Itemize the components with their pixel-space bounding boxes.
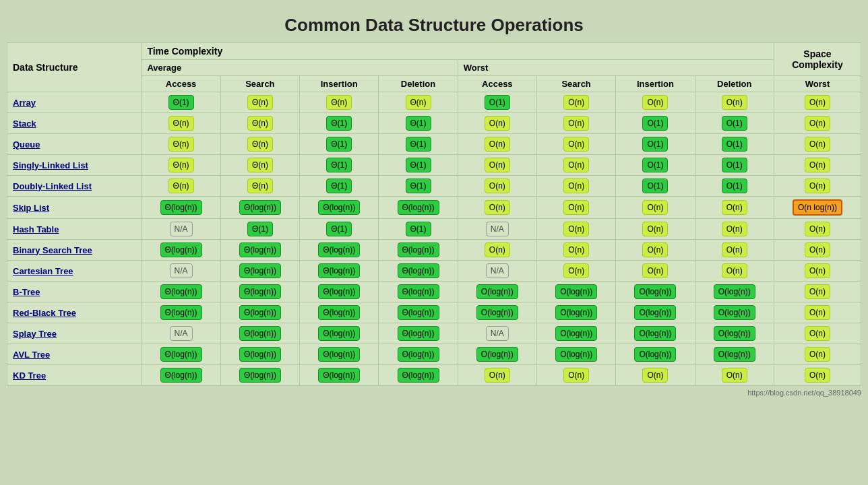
complexity-badge: O(n) [563,179,589,193]
col-space-worst: Worst [774,76,861,92]
ds-name[interactable]: Binary Search Tree [7,240,142,261]
ds-name[interactable]: KD Tree [7,365,142,386]
complexity-badge: O(n) [805,179,830,193]
complexity-badge: O(n) [485,137,510,152]
complexity-badge: Θ(1) [406,116,431,131]
complexity-cell: Θ(log(n)) [220,302,299,323]
complexity-badge: O(n) [563,95,589,110]
complexity-badge: Θ(log(n)) [239,284,281,299]
complexity-badge: N/A [170,326,193,341]
complexity-cell: Θ(1) [300,155,379,176]
complexity-cell: O(n) [695,240,774,261]
table-row: Skip ListΘ(log(n))Θ(log(n))Θ(log(n))Θ(lo… [7,197,861,219]
ds-name[interactable]: B-Tree [7,282,142,302]
complexity-cell: Θ(log(n)) [142,302,220,323]
complexity-badge: O(n) [805,222,830,236]
ds-name[interactable]: Skip List [7,197,142,219]
complexity-cell: O(log(n)) [616,302,695,323]
table-row: AVL TreeΘ(log(n))Θ(log(n))Θ(log(n))Θ(log… [7,344,861,365]
complexity-badge: O(n) [722,200,747,215]
complexity-cell: Θ(n) [220,113,299,134]
ds-name[interactable]: Hash Table [7,219,142,240]
complexity-badge: Θ(log(n)) [318,347,360,362]
complexity-cell: Θ(log(n)) [379,344,458,365]
complexity-cell: O(n) [536,92,615,113]
complexity-cell: O(n) [774,302,861,323]
complexity-badge: O(n) [722,222,747,236]
complexity-cell: Θ(log(n)) [300,302,379,323]
complexity-badge: Θ(1) [168,95,194,110]
complexity-badge: O(n) [563,137,589,152]
ds-name[interactable]: Doubly-Linked List [7,176,142,197]
complexity-cell: O(log(n)) [536,323,615,344]
complexity-cell: O(n) [774,155,861,176]
complexity-badge: Θ(log(n)) [318,326,360,341]
complexity-cell: O(n) [536,365,615,386]
ds-name[interactable]: Singly-Linked List [7,155,142,176]
complexity-badge: O(log(n)) [476,305,518,320]
complexity-badge: Θ(log(n)) [239,305,281,320]
complexity-badge: Θ(log(n)) [160,200,202,215]
complexity-badge: O(n) [563,158,589,172]
complexity-cell: Θ(n) [142,155,220,176]
complexity-badge: O(n) [642,368,668,383]
complexity-badge: Θ(log(n)) [398,368,439,383]
complexity-cell: Θ(log(n)) [300,197,379,219]
complexity-badge: O(1) [722,116,747,131]
complexity-badge: Θ(log(n)) [160,368,202,383]
complexity-cell: O(n) [616,365,695,386]
complexity-cell: O(1) [695,155,774,176]
complexity-cell: O(n) [616,219,695,240]
ds-name[interactable]: Cartesian Tree [7,261,142,282]
complexity-cell: O(n) [536,197,615,219]
complexity-badge: O(n) [642,222,668,236]
complexity-cell: O(n) [458,113,536,134]
complexity-badge: O(log(n)) [555,305,597,320]
complexity-cell: O(log(n)) [458,282,536,302]
complexity-cell: O(n) [774,365,861,386]
complexity-cell: Θ(log(n)) [220,240,299,261]
ds-name[interactable]: Red-Black Tree [7,302,142,323]
complexity-cell: N/A [142,261,220,282]
complexity-badge: O(n) [722,263,747,278]
complexity-badge: O(n) [485,158,510,172]
complexity-badge: Θ(log(n)) [160,284,202,299]
complexity-badge: O(n) [805,305,830,320]
complexity-badge: O(n) [805,137,830,152]
ds-name[interactable]: Stack [7,113,142,134]
complexity-cell: O(n) [458,155,536,176]
complexity-badge: O(n) [485,116,510,131]
complexity-cell: O(1) [458,92,536,113]
complexity-cell: Θ(n) [220,155,299,176]
complexity-cell: Θ(1) [379,176,458,197]
complexity-cell: O(n) [774,240,861,261]
complexity-badge: O(n) [563,243,589,257]
complexity-badge: Θ(n) [247,116,273,131]
ds-name[interactable]: AVL Tree [7,344,142,365]
complexity-cell: Θ(log(n)) [300,365,379,386]
complexity-cell: Θ(n) [220,134,299,155]
table-row: Cartesian TreeN/AΘ(log(n))Θ(log(n))Θ(log… [7,261,861,282]
complexity-badge: Θ(log(n)) [160,347,202,362]
complexity-badge: O(n) [805,95,830,110]
complexity-cell: O(n) [616,197,695,219]
complexity-badge: Θ(log(n)) [239,243,281,257]
complexity-cell: O(n) [774,323,861,344]
complexity-badge: Θ(1) [406,179,431,193]
complexity-cell: O(log(n)) [616,282,695,302]
ds-name[interactable]: Splay Tree [7,323,142,344]
table-row: Binary Search TreeΘ(log(n))Θ(log(n))Θ(lo… [7,240,861,261]
complexity-cell: O(n) [695,365,774,386]
col-avg-delete: Deletion [379,76,458,92]
complexity-cell: Θ(log(n)) [220,282,299,302]
ds-name[interactable]: Queue [7,134,142,155]
ds-name[interactable]: Array [7,92,142,113]
complexity-cell: Θ(1) [379,155,458,176]
complexity-cell: O(n) [536,219,615,240]
complexity-cell: O(n) [536,240,615,261]
complexity-badge: O(n) [805,368,830,383]
complexity-badge: Θ(1) [247,222,273,236]
complexity-badge: O(n) [642,243,668,257]
complexity-badge: Θ(1) [406,158,431,172]
complexity-badge: O(n) [805,158,830,172]
